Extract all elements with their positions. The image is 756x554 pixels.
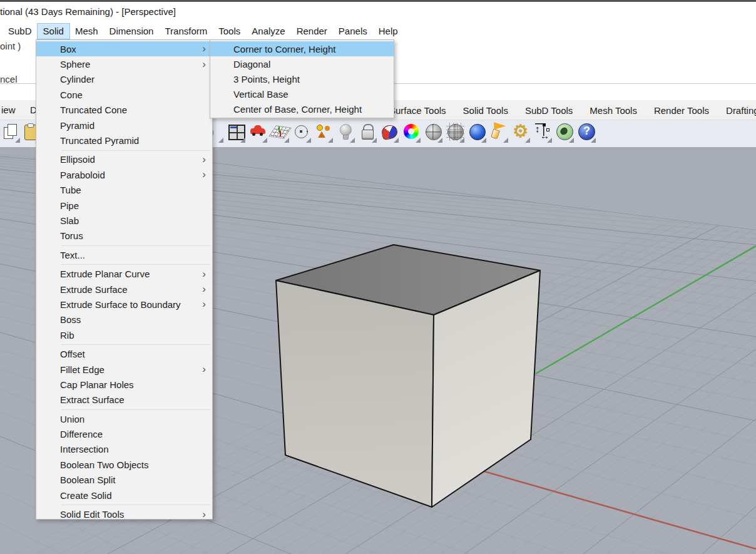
menubar-item-solid[interactable]: Solid bbox=[38, 24, 69, 39]
submenu-item-diagonal[interactable]: Diagonal bbox=[210, 56, 394, 71]
menubar-item-mesh[interactable]: Mesh bbox=[69, 24, 104, 39]
menu-item-boolean-split[interactable]: Boolean Split bbox=[36, 473, 212, 488]
menu-item-boss[interactable]: Boss bbox=[36, 312, 212, 327]
tab-fragment[interactable]: iew bbox=[1, 105, 16, 115]
pie-slice-icon[interactable] bbox=[380, 122, 399, 143]
flyout-triangle[interactable] bbox=[591, 138, 596, 143]
tab-solid-tools[interactable]: Solid Tools bbox=[463, 105, 508, 116]
menu-item-label: Union bbox=[60, 414, 84, 424]
menu-item-create-solid[interactable]: Create Solid bbox=[36, 488, 212, 503]
menu-item-label: Text... bbox=[60, 250, 85, 260]
shaded-sphere-icon[interactable] bbox=[424, 122, 443, 143]
menu-item-union[interactable]: Union bbox=[36, 411, 212, 426]
flyout-triangle[interactable] bbox=[240, 138, 245, 143]
menu-item-label: Ellipsoid bbox=[60, 154, 95, 165]
gear-icon[interactable] bbox=[511, 122, 531, 143]
menu-item-cap-planar-holes[interactable]: Cap Planar Holes bbox=[36, 377, 212, 392]
menu-item-rib[interactable]: Rib bbox=[36, 327, 212, 342]
flyout-triangle[interactable] bbox=[437, 138, 442, 143]
flyout-triangle[interactable] bbox=[15, 138, 20, 143]
flyout-triangle[interactable] bbox=[569, 138, 574, 143]
grasshopper-icon[interactable] bbox=[555, 122, 575, 143]
flyout-triangle[interactable] bbox=[350, 138, 355, 143]
menu-item-label: Truncated Cone bbox=[60, 105, 127, 115]
help-icon[interactable] bbox=[577, 122, 596, 143]
flyout-triangle[interactable] bbox=[372, 138, 377, 143]
menubar-item-dimension[interactable]: Dimension bbox=[104, 24, 160, 39]
flyout-triangle[interactable] bbox=[525, 138, 530, 143]
flyout-triangle[interactable] bbox=[306, 138, 311, 143]
menu-item-cone[interactable]: Cone bbox=[36, 87, 212, 102]
menu-item-label: Extrude Surface bbox=[60, 284, 128, 295]
menubar-item-tools[interactable]: Tools bbox=[213, 24, 246, 39]
flyout-triangle[interactable] bbox=[394, 138, 399, 143]
menu-item-text[interactable]: Text... bbox=[36, 247, 212, 262]
menu-item-ellipsoid[interactable]: Ellipsoid› bbox=[36, 152, 212, 167]
color-wheel-icon[interactable] bbox=[402, 122, 421, 143]
copy-icon[interactable] bbox=[1, 122, 21, 143]
circle-center-icon[interactable] bbox=[292, 122, 312, 143]
menu-item-sphere[interactable]: Sphere› bbox=[36, 56, 212, 71]
tab-mesh-tools[interactable]: Mesh Tools bbox=[590, 105, 637, 116]
menu-item-cylinder[interactable]: Cylinder bbox=[36, 72, 212, 87]
flyout-triangle[interactable] bbox=[459, 138, 464, 143]
menu-item-box[interactable]: Box› bbox=[36, 41, 212, 56]
selection-filter-icon[interactable] bbox=[314, 122, 334, 143]
menu-item-difference[interactable]: Difference bbox=[36, 426, 212, 441]
submenu-arrow-icon: › bbox=[202, 364, 206, 374]
menu-item-fillet-edge[interactable]: Fillet Edge› bbox=[36, 362, 212, 377]
menu-item-label: Pyramid bbox=[60, 120, 94, 131]
menu-item-extrude-surface-to-boundary[interactable]: Extrude Surface to Boundary› bbox=[36, 297, 212, 312]
menu-item-offset[interactable]: Offset bbox=[36, 346, 212, 361]
menu-item-solid-edit-tools[interactable]: Solid Edit Tools› bbox=[36, 506, 212, 521]
menubar-item-panels[interactable]: Panels bbox=[333, 24, 373, 39]
solid-menu-dropdown: Box›Sphere›CylinderConeTruncated ConePyr… bbox=[36, 39, 213, 520]
submenu-item-corner-to-corner-height[interactable]: Corner to Corner, Height bbox=[210, 41, 394, 56]
tab-surface-tools[interactable]: Surface Tools bbox=[389, 105, 446, 116]
named-view-car-icon[interactable] bbox=[248, 122, 268, 143]
flyout-triangle[interactable] bbox=[328, 138, 333, 143]
menu-item-extrude-surface[interactable]: Extrude Surface› bbox=[36, 282, 212, 297]
menu-item-torus[interactable]: Torus bbox=[36, 228, 212, 244]
menu-item-truncated-pyramid[interactable]: Truncated Pyramid bbox=[36, 133, 212, 148]
lock-icon[interactable] bbox=[358, 122, 377, 143]
menu-item-extract-surface[interactable]: Extract Surface bbox=[36, 392, 212, 408]
menu-item-intersection[interactable]: Intersection bbox=[36, 442, 212, 457]
cplane-icon[interactable] bbox=[270, 122, 290, 143]
submenu-item-center-of-base-corner-height[interactable]: Center of Base, Corner, Height bbox=[210, 101, 394, 116]
menu-item-boolean-two-objects[interactable]: Boolean Two Objects bbox=[36, 457, 212, 472]
menu-item-slab[interactable]: Slab bbox=[36, 213, 212, 228]
viewport-layout-icon[interactable] bbox=[227, 122, 246, 143]
flyout-triangle[interactable] bbox=[218, 138, 223, 143]
light-bulb-icon[interactable] bbox=[336, 122, 355, 143]
menu-item-pyramid[interactable]: Pyramid bbox=[36, 118, 212, 133]
flyout-triangle[interactable] bbox=[503, 138, 508, 143]
tab-render-tools[interactable]: Render Tools bbox=[654, 105, 709, 116]
menu-item-pipe[interactable]: Pipe bbox=[36, 198, 212, 213]
flyout-triangle[interactable] bbox=[481, 138, 486, 143]
flyout-triangle[interactable] bbox=[416, 138, 421, 143]
tab-subd-tools[interactable]: SubD Tools bbox=[525, 105, 573, 116]
tab-drafting[interactable]: Drafting bbox=[726, 105, 756, 116]
menu-item-tube[interactable]: Tube bbox=[36, 183, 212, 198]
menu-item-label: Center of Base, Corner, Height bbox=[233, 104, 362, 115]
submenu-item-3-points-height[interactable]: 3 Points, Height bbox=[210, 71, 394, 86]
menu-item-label: Diagonal bbox=[233, 59, 270, 69]
blue-sphere-icon[interactable] bbox=[467, 122, 487, 143]
flyout-triangle[interactable] bbox=[284, 138, 289, 143]
wireframe-sphere-icon[interactable] bbox=[446, 122, 465, 143]
menubar-item-analyze[interactable]: Analyze bbox=[246, 24, 290, 39]
menu-item-label: Intersection bbox=[60, 444, 109, 454]
menu-item-extrude-planar-curve[interactable]: Extrude Planar Curve› bbox=[36, 266, 212, 281]
menubar-item-help[interactable]: Help bbox=[373, 24, 404, 39]
flyout-triangle[interactable] bbox=[547, 138, 552, 143]
menubar-item-subd[interactable]: SubD bbox=[3, 24, 38, 39]
menu-item-truncated-cone[interactable]: Truncated Cone bbox=[36, 103, 212, 118]
menubar-item-render[interactable]: Render bbox=[291, 24, 333, 39]
menu-item-paraboloid[interactable]: Paraboloid› bbox=[36, 167, 212, 182]
submenu-item-vertical-base[interactable]: Vertical Base bbox=[210, 86, 394, 101]
spotlight-icon[interactable] bbox=[489, 122, 509, 143]
dimension-icon[interactable] bbox=[533, 122, 553, 143]
flyout-triangle[interactable] bbox=[262, 138, 267, 143]
menubar-item-transform[interactable]: Transform bbox=[159, 24, 213, 39]
